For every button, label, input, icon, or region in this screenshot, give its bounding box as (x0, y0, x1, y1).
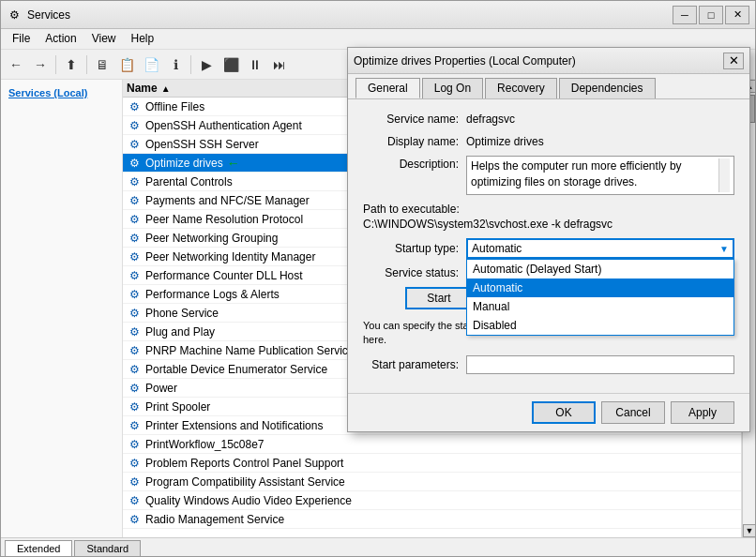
service-item-printworkflow[interactable]: ⚙ PrintWorkflow_15c08e7 (123, 435, 741, 454)
startup-label: Startup type: (363, 242, 466, 255)
menu-view[interactable]: View (84, 31, 124, 47)
forward-button[interactable]: → (29, 53, 52, 76)
name-column-header: Name (127, 82, 158, 95)
menu-help[interactable]: Help (124, 31, 162, 47)
start-params-input[interactable] (466, 355, 734, 374)
description-scrollbar[interactable] (718, 158, 730, 192)
service-item-problem-reports[interactable]: ⚙ Problem Reports Control Panel Support (123, 454, 741, 473)
startup-dropdown-main[interactable]: Automatic ▼ (466, 238, 734, 259)
services-local-link[interactable]: Services (Local) (8, 87, 114, 98)
display-name-value: Optimize drives (466, 133, 734, 148)
option-automatic[interactable]: Automatic (467, 278, 733, 297)
start-params-row: Start parameters: (363, 355, 734, 374)
service-icon: ⚙ (127, 249, 142, 264)
service-name: Parental Controls (145, 175, 233, 188)
back-button[interactable]: ← (5, 53, 27, 76)
tab-standard[interactable]: Standard (74, 540, 141, 556)
startup-dropdown[interactable]: Automatic ▼ Automatic (Delayed Start) Au… (466, 238, 734, 259)
description-label: Description: (363, 156, 466, 171)
new-btn[interactable]: 📄 (140, 53, 162, 76)
option-automatic-delayed[interactable]: Automatic (Delayed Start) (467, 260, 733, 278)
minimize-button[interactable]: ─ (673, 6, 697, 24)
service-item-quality-audio[interactable]: ⚙ Quality Windows Audio Video Experience (123, 491, 741, 510)
option-manual[interactable]: Manual (467, 297, 733, 316)
service-name: Performance Logs & Alerts (145, 288, 280, 301)
selected-arrow-icon: ← (227, 156, 240, 171)
app-icon: ⚙ (7, 8, 22, 23)
apply-button[interactable]: Apply (671, 401, 734, 424)
tab-dependencies[interactable]: Dependencies (559, 78, 656, 98)
service-name: Program Compatibility Assistant Service (145, 475, 345, 489)
service-name: Performance Counter DLL Host (145, 269, 303, 282)
restart-btn[interactable]: ⏭ (268, 53, 291, 76)
service-name: Offline Files (145, 100, 204, 113)
service-icon: ⚙ (127, 137, 142, 152)
toolbar-sep-2 (86, 55, 87, 74)
menu-file[interactable]: File (5, 31, 38, 47)
start-button[interactable]: Start (405, 287, 473, 309)
description-row: Description: Helps the computer run more… (363, 156, 734, 195)
dialog-title: Optimize drives Properties (Local Comput… (354, 54, 723, 68)
left-panel: Services (Local) (1, 80, 123, 537)
pause-toolbar-btn[interactable]: ⏸ (244, 53, 266, 76)
window-controls: ─ □ ✕ (673, 6, 749, 24)
view-btn[interactable]: 📋 (115, 53, 138, 76)
service-icon: ⚙ (127, 174, 142, 189)
service-icon: ⚙ (127, 343, 142, 358)
tab-recovery[interactable]: Recovery (485, 78, 557, 98)
title-bar: ⚙ Services ─ □ ✕ (1, 1, 755, 29)
tab-extended[interactable]: Extended (5, 540, 72, 556)
cancel-button[interactable]: Cancel (601, 401, 665, 424)
description-text: Helps the computer run more efficiently … (471, 158, 718, 192)
service-icon: ⚙ (127, 362, 142, 377)
service-name: Quality Windows Audio Video Experience (145, 494, 352, 507)
tab-logon[interactable]: Log On (422, 78, 483, 98)
service-name: Plug and Play (145, 325, 215, 339)
option-disabled[interactable]: Disabled (467, 316, 733, 335)
service-icon: ⚙ (127, 456, 142, 471)
path-value: C:\WINDOWS\system32\svchost.exe -k defra… (363, 218, 734, 231)
scroll-down-arrow[interactable]: ▼ (743, 524, 755, 537)
show-hide-btn[interactable]: 🖥 (91, 53, 113, 76)
service-name: Print Spooler (145, 400, 210, 414)
stop-toolbar-btn[interactable]: ⬛ (219, 53, 242, 76)
maximize-button[interactable]: □ (699, 6, 723, 24)
startup-dropdown-list: Automatic (Delayed Start) Automatic Manu… (466, 259, 734, 336)
service-icon: ⚙ (127, 268, 142, 283)
dialog-title-bar: Optimize drives Properties (Local Comput… (348, 48, 749, 74)
service-name: Problem Reports Control Panel Support (145, 457, 343, 470)
main-window-title: Services (27, 8, 673, 22)
play-btn[interactable]: ▶ (195, 53, 218, 76)
menu-action[interactable]: Action (38, 31, 83, 47)
ok-button[interactable]: OK (532, 401, 596, 424)
service-icon: ⚙ (127, 512, 142, 527)
info-btn[interactable]: ℹ (164, 53, 187, 76)
service-name: OpenSSH SSH Server (145, 138, 259, 151)
service-icon: ⚙ (127, 381, 142, 396)
service-icon: ⚙ (127, 212, 142, 227)
service-name: Optimize drives (145, 157, 223, 170)
tab-general[interactable]: General (355, 78, 420, 98)
startup-type-row: Startup type: Automatic ▼ Automatic (Del… (363, 238, 734, 259)
main-close-button[interactable]: ✕ (725, 6, 749, 24)
service-name: OpenSSH Authentication Agent (145, 119, 302, 132)
up-button[interactable]: ⬆ (60, 53, 83, 76)
dialog-footer: OK Cancel Apply (348, 393, 749, 431)
service-icon: ⚙ (127, 306, 142, 321)
toolbar-sep-3 (190, 55, 191, 74)
dialog-tabs: General Log On Recovery Dependencies (348, 74, 749, 99)
service-name: PNRP Machine Name Publication Service (145, 344, 355, 357)
dialog-close-button[interactable]: ✕ (723, 53, 744, 69)
service-name: Radio Management Service (145, 513, 284, 526)
service-name-row: Service name: defragsvc (363, 111, 734, 126)
service-item-program-compat[interactable]: ⚙ Program Compatibility Assistant Servic… (123, 473, 741, 491)
service-item-radio-mgmt[interactable]: ⚙ Radio Management Service (123, 510, 741, 529)
service-icon: ⚙ (127, 231, 142, 246)
service-icon: ⚙ (127, 418, 142, 433)
service-name: Portable Device Enumerator Service (145, 363, 327, 376)
toolbar-sep-1 (55, 55, 56, 74)
service-icon: ⚙ (127, 324, 142, 339)
service-name: PrintWorkflow_15c08e7 (145, 438, 265, 451)
service-icon: ⚙ (127, 193, 142, 208)
service-name: Payments and NFC/SE Manager (145, 194, 310, 207)
